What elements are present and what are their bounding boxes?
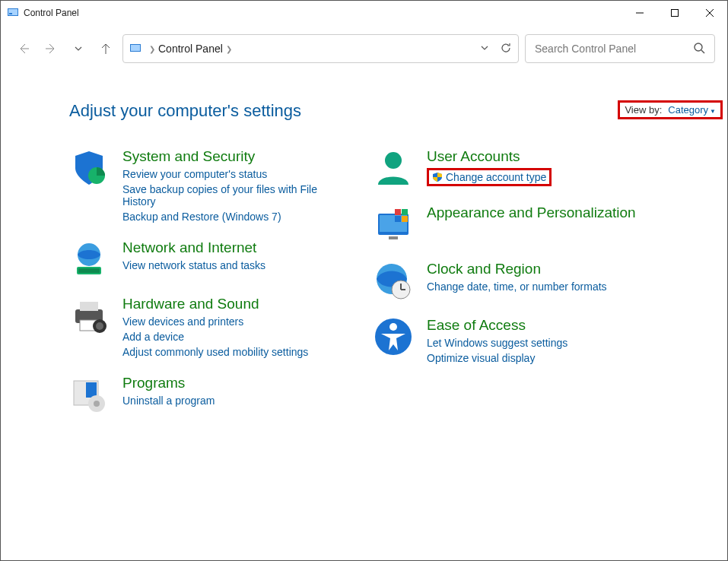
svg-rect-17 bbox=[78, 268, 100, 273]
svg-rect-24 bbox=[86, 382, 97, 398]
svg-point-40 bbox=[389, 323, 397, 331]
category-programs: Programs Uninstall a program bbox=[69, 375, 328, 414]
shield-icon bbox=[69, 148, 109, 188]
category-link[interactable]: Let Windows suggest settings bbox=[427, 337, 567, 349]
category-title[interactable]: Programs bbox=[122, 375, 215, 391]
svg-point-12 bbox=[695, 43, 702, 51]
category-link[interactable]: Review your computer's status bbox=[122, 168, 328, 180]
content: Adjust your computer's settings View by:… bbox=[1, 72, 727, 414]
category-title[interactable]: Clock and Region bbox=[427, 261, 607, 277]
category-title[interactable]: User Accounts bbox=[427, 148, 552, 165]
category-hardware: Hardware and Sound View devices and prin… bbox=[69, 296, 328, 358]
minimize-button[interactable] bbox=[622, 1, 657, 25]
category-system-security: System and Security Review your computer… bbox=[69, 148, 328, 223]
category-title[interactable]: Appearance and Personalization bbox=[427, 204, 636, 221]
svg-rect-31 bbox=[395, 209, 401, 215]
address-dropdown[interactable] bbox=[480, 43, 489, 55]
close-button[interactable] bbox=[692, 1, 727, 25]
svg-rect-19 bbox=[80, 302, 98, 311]
chevron-right-icon[interactable]: ❯ bbox=[226, 45, 232, 53]
link-change-account-type[interactable]: Change account type bbox=[427, 168, 552, 186]
svg-rect-30 bbox=[389, 236, 398, 239]
page-title: Adjust your computer's settings bbox=[69, 101, 301, 121]
monitor-icon bbox=[374, 204, 413, 244]
control-panel-icon bbox=[129, 43, 141, 55]
svg-rect-32 bbox=[402, 209, 408, 215]
svg-point-22 bbox=[96, 322, 103, 330]
category-link[interactable]: View network status and tasks bbox=[122, 259, 265, 271]
view-by-selector[interactable]: View by: Category▼ bbox=[618, 100, 723, 119]
category-title[interactable]: System and Security bbox=[122, 148, 328, 165]
view-by-label: View by: bbox=[625, 104, 662, 116]
maximize-button[interactable] bbox=[657, 1, 692, 25]
category-title[interactable]: Network and Internet bbox=[122, 239, 265, 256]
svg-point-26 bbox=[94, 401, 100, 407]
svg-point-27 bbox=[385, 152, 402, 169]
category-appearance: Appearance and Personalization bbox=[374, 204, 636, 244]
uac-shield-icon bbox=[432, 172, 443, 182]
search-input[interactable]: Search Control Panel bbox=[525, 34, 715, 63]
refresh-button[interactable] bbox=[500, 42, 512, 56]
address-bar[interactable]: ❯ Control Panel ❯ bbox=[122, 34, 519, 63]
category-link[interactable]: Change date, time, or number formats bbox=[427, 280, 607, 293]
category-title[interactable]: Ease of Access bbox=[427, 317, 567, 334]
svg-rect-11 bbox=[131, 45, 140, 51]
search-icon bbox=[693, 42, 705, 56]
svg-rect-33 bbox=[395, 216, 401, 222]
svg-rect-2 bbox=[9, 13, 12, 14]
svg-rect-34 bbox=[402, 216, 408, 222]
printer-icon bbox=[69, 296, 109, 335]
category-title[interactable]: Hardware and Sound bbox=[122, 296, 308, 312]
up-button[interactable] bbox=[95, 38, 116, 59]
category-network: Network and Internet View network status… bbox=[69, 239, 328, 279]
category-ease-of-access: Ease of Access Let Windows suggest setti… bbox=[374, 317, 636, 364]
back-button[interactable] bbox=[13, 38, 34, 59]
category-clock: Clock and Region Change date, time, or n… bbox=[374, 261, 636, 300]
category-link[interactable]: Save backup copies of your files with Fi… bbox=[122, 183, 328, 208]
category-link[interactable]: View devices and printers bbox=[122, 315, 308, 328]
svg-rect-4 bbox=[672, 10, 679, 17]
category-link[interactable]: Backup and Restore (Windows 7) bbox=[122, 211, 328, 223]
control-panel-icon bbox=[7, 7, 19, 19]
forward-button[interactable] bbox=[40, 38, 62, 59]
category-link[interactable]: Adjust commonly used mobility settings bbox=[122, 346, 308, 358]
svg-line-13 bbox=[701, 50, 704, 53]
clock-globe-icon bbox=[374, 261, 413, 300]
chevron-right-icon: ❯ bbox=[149, 45, 155, 53]
search-placeholder: Search Control Panel bbox=[535, 43, 636, 55]
toolbar: ❯ Control Panel ❯ Search Control Panel bbox=[1, 25, 727, 72]
globe-icon bbox=[69, 239, 109, 279]
user-icon bbox=[374, 148, 413, 188]
category-link[interactable]: Add a device bbox=[122, 331, 308, 343]
breadcrumb[interactable]: Control Panel bbox=[158, 43, 223, 55]
window-title: Control Panel bbox=[24, 8, 79, 18]
recent-dropdown[interactable] bbox=[68, 38, 89, 59]
category-link[interactable]: Optimize visual display bbox=[427, 352, 567, 364]
titlebar: Control Panel bbox=[1, 1, 727, 25]
accessibility-icon bbox=[374, 317, 413, 357]
category-link[interactable]: Uninstall a program bbox=[122, 395, 215, 407]
category-user-accounts: User Accounts Change account type bbox=[374, 148, 636, 188]
view-by-value[interactable]: Category▼ bbox=[668, 104, 716, 116]
programs-icon bbox=[69, 375, 109, 414]
